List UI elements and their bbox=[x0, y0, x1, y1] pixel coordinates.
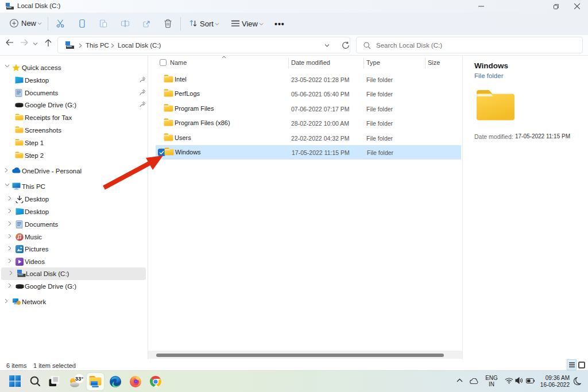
svg-text:33°: 33° bbox=[75, 375, 84, 382]
